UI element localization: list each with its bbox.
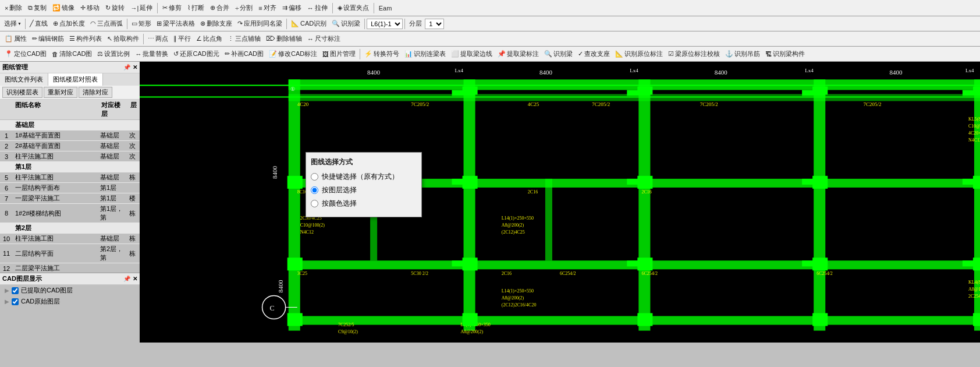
delete-btn[interactable]: × 删除 [2, 3, 24, 13]
setpoint-btn[interactable]: ◈ 设置夹点 [335, 3, 371, 13]
merge-btn[interactable]: ⊕ 合并 [208, 3, 232, 13]
setpoint-icon: ◈ [338, 4, 342, 12]
list-item[interactable]: 基础层 [0, 120, 140, 130]
list-item[interactable]: 12 二层梁平法施工 [0, 263, 140, 273]
clear-match-btn[interactable]: 清除对应 [79, 87, 112, 98]
svg-rect-3 [289, 79, 300, 330]
mirror-btn[interactable]: 🔁 镜像 [50, 3, 77, 13]
rect-btn[interactable]: ▭ 矩形 [129, 19, 154, 29]
clear-cad-btn[interactable]: 🗑 清除CAD图 [49, 49, 94, 59]
three-aux-btn[interactable]: ⋮ 三点辅轴 [225, 34, 263, 44]
list-item[interactable]: 5 柱平法施工图 基础层 栋 [0, 172, 140, 183]
list-item[interactable]: 11 二层结构平面 第2层，第 栋 [0, 244, 140, 263]
toolbar-row3: 📋 属性 ✏ 编辑钢筋 ☰ 构件列表 ↖ 拾取构件 ⋯ 两点 ∥ 平行 ∠ 比点… [0, 31, 980, 47]
restore-cad-btn[interactable]: ↺ 还原CAD图元 [171, 49, 221, 59]
list-item[interactable]: 2 2#基础平面置图 基础层 次 [0, 141, 140, 151]
convert-symbol-btn[interactable]: ⚡ 转换符号 [362, 49, 402, 59]
cad-drawing-area[interactable]: 8400 8400 8400 8400 Lx4 Lx4 Lx4 Lx4 8400… [140, 62, 980, 343]
panel-toolbar: 识别楼层表 重新对应 清除对应 [0, 86, 140, 100]
member-list-btn[interactable]: ☰ 构件列表 [67, 34, 104, 44]
list-item[interactable]: 6 一层结构平面布 第1层 [0, 183, 140, 193]
copy-btn[interactable]: ⧉ 复制 [26, 3, 49, 13]
apply-icon: ↷ [237, 20, 243, 27]
list-item[interactable]: 3 柱平法施工图 基础层 次 [0, 151, 140, 162]
id-position-annotation-btn[interactable]: 📐 识别原位标注 [613, 49, 665, 59]
parallel-btn[interactable]: ∥ 平行 [171, 34, 193, 44]
tab-layer-map[interactable]: 图纸楼层对照表 [48, 73, 103, 86]
color-radio[interactable] [311, 200, 318, 207]
list-item[interactable]: 第2层 [0, 223, 140, 234]
id-conn-beam-btn[interactable]: 📊 识别连梁表 [402, 49, 448, 59]
stretch-btn[interactable]: ↔ 拉伸 [305, 3, 330, 13]
edit-rebar-btn[interactable]: ✏ 编辑钢筋 [30, 34, 66, 44]
del-aux-btn[interactable]: ⌦ 删除辅轴 [264, 34, 304, 44]
eam-btn[interactable]: Eam [377, 4, 395, 12]
layer-radio[interactable] [311, 186, 318, 194]
option-layer[interactable]: 按图层选择 [311, 185, 417, 195]
check-support-btn[interactable]: ✓ 查改支座 [576, 49, 612, 59]
cad-panel-pin-icon[interactable]: 📌 [123, 276, 130, 282]
split-btn[interactable]: ÷ 分割 [233, 3, 255, 13]
apply-btn[interactable]: ↷ 应用到同名梁 [235, 19, 285, 29]
arc-btn[interactable]: ◠ 三点画弧 [88, 19, 125, 29]
tab-file-list[interactable]: 图纸文件列表 [0, 73, 48, 86]
angle-icon: ∠ [196, 35, 202, 43]
distinguish-btn[interactable]: 🔍 识别梁 [329, 19, 363, 29]
align-btn[interactable]: ≡ 对齐 [256, 3, 278, 13]
rotate-btn[interactable]: ↻ 旋转 [103, 3, 127, 13]
svg-text:C: C [270, 304, 275, 312]
extend-btn[interactable]: →| 延伸 [128, 3, 155, 13]
cad-panel-close-icon[interactable]: ✕ [133, 276, 137, 282]
dim-btn[interactable]: ↔ 尺寸标注 [305, 34, 343, 44]
divide-select[interactable]: 1 [425, 19, 444, 29]
beam-annotation-check-btn[interactable]: ☑ 梁原位标注校核 [666, 49, 722, 59]
locate-cad-btn[interactable]: 📍 定位CAD图 [2, 49, 49, 59]
trim-btn[interactable]: ✂ 修剪 [160, 3, 184, 13]
option-color[interactable]: 按颜色选择 [311, 199, 417, 209]
angle-btn[interactable]: ∠ 比点角 [194, 34, 225, 44]
level-select[interactable]: L6(1)-1 [367, 19, 403, 29]
re-match-btn[interactable]: 重新对应 [44, 87, 77, 98]
beam-table-btn[interactable]: ⊞ 梁平法表格 [154, 19, 197, 29]
list-item[interactable]: 7 一层梁平法施工 第1层 楼 [0, 193, 140, 204]
break-btn[interactable]: ⌇ 打断 [185, 3, 207, 13]
line-btn[interactable]: ╱ 直线 [27, 19, 50, 29]
svg-text:7C205/2: 7C205/2 [592, 101, 610, 107]
list-item[interactable]: 第1层 [0, 162, 140, 172]
svg-rect-6 [814, 79, 825, 330]
select-dropdown[interactable]: 选择 [2, 19, 23, 29]
svg-rect-0 [140, 62, 980, 342]
extracted-layer-checkbox[interactable] [12, 287, 19, 294]
option-shortcut[interactable]: 快捷键选择（原有方式） [311, 172, 417, 182]
shortcut-radio[interactable] [311, 173, 318, 181]
panel-pin-icon[interactable]: 📌 [123, 64, 130, 70]
extract-annotation-btn[interactable]: 📌 提取梁标注 [495, 49, 541, 59]
list-item[interactable]: 10 柱平法施工图 基础层 栋 [0, 234, 140, 244]
attr-btn[interactable]: 📋 属性 [2, 34, 29, 44]
two-point-btn[interactable]: ⋯ 两点 [145, 34, 171, 44]
draw-cad-btn[interactable]: ✏ 补画CAD图 [222, 49, 266, 59]
list-item[interactable]: 1 1#基础平面置图 基础层 次 [0, 130, 140, 141]
delete-support-btn[interactable]: ⊗ 删除支座 [198, 19, 235, 29]
recognize-layer-btn[interactable]: 识别楼层表 [2, 87, 42, 98]
batch-replace-btn[interactable]: ↔ 批量替换 [133, 49, 171, 59]
add-length-btn[interactable]: ⊕ 点加长度 [51, 19, 87, 29]
locate-cad-icon: 📍 [5, 50, 13, 58]
offset-btn[interactable]: ⇉ 偏移 [280, 3, 304, 13]
cad-btn[interactable]: 📐 CAD识别 [289, 19, 329, 29]
move-btn[interactable]: ✛ 移动 [78, 3, 102, 13]
panel-close-icon[interactable]: ✕ [133, 64, 137, 70]
id-beam-member-btn[interactable]: 🏗 识别梁构件 [763, 49, 807, 59]
id-hanger-btn[interactable]: ⚓ 识别吊筋 [723, 49, 762, 59]
image-manage-btn[interactable]: 🖼 图片管理 [320, 49, 358, 59]
svg-rect-92 [637, 313, 652, 326]
modify-annotation-btn[interactable]: 📝 修改CAD标注 [267, 49, 319, 59]
pick-member-btn[interactable]: ↖ 拾取构件 [105, 34, 141, 44]
list-item[interactable]: 8 1#2#楼梯结构图 第1层，第 栋 [0, 204, 140, 223]
id-beam-btn[interactable]: 🔍 识别梁 [542, 49, 575, 59]
extract-edge-btn[interactable]: ⬜ 提取梁边线 [449, 49, 495, 59]
cad-svg: 8400 8400 8400 8400 Lx4 Lx4 Lx4 Lx4 8400… [140, 62, 980, 343]
original-layer-checkbox[interactable] [12, 298, 19, 305]
svg-text:①: ① [290, 86, 295, 92]
set-scale-btn[interactable]: ⚖ 设置比例 [95, 49, 132, 59]
